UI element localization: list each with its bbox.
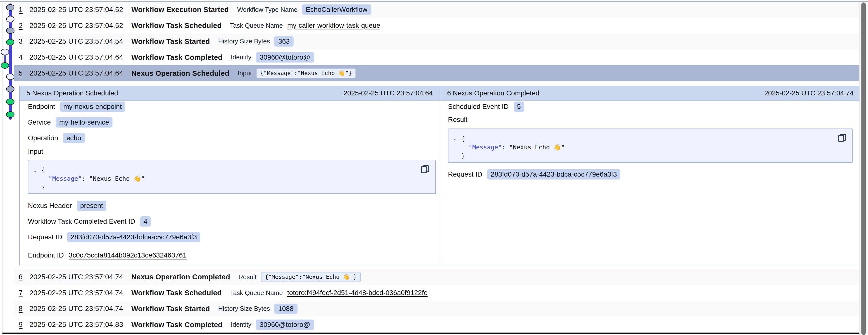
panel-title: 5 Nexus Operation Scheduled (27, 89, 118, 97)
field-wft-completed-event-id: Workflow Task Completed Event ID 4 (28, 216, 151, 227)
timeline-node-green[interactable] (6, 39, 14, 45)
scheduled-event-chip: 5 (514, 102, 524, 112)
copy-icon[interactable] (421, 165, 429, 173)
panel-title: 6 Nexus Operation Completed (447, 89, 539, 97)
bottom-edge (2, 333, 860, 334)
event-title: Nexus Operation Scheduled (131, 69, 229, 78)
event-detail-label: Task Queue Name (230, 289, 283, 297)
event-detail-label: Identity (231, 53, 251, 61)
event-id-link[interactable]: 1 (19, 6, 29, 14)
timeline-node-white[interactable] (1, 49, 9, 55)
field-request-id-right: Request ID 283fd070-d57a-4423-bdca-c5c77… (448, 169, 620, 180)
field-label: Request ID (28, 233, 62, 241)
panel-header-left[interactable]: 5 Nexus Operation Scheduled 2025-02-25 U… (20, 86, 440, 101)
event-id-link[interactable]: 5 (19, 69, 29, 77)
collapse-chevron-icon[interactable]: ⌄ (33, 166, 41, 193)
panel-header-right[interactable]: 6 Nexus Operation Completed 2025-02-25 U… (440, 86, 860, 101)
event-timestamp: 2025-02-25 UTC 23:57:04.52 (29, 6, 131, 14)
result-json-viewer: ⌄ { "Message": "Nexus Echo 👋" } (448, 129, 853, 163)
event-detail-label: History Size Bytes (218, 37, 270, 45)
event-title: Workflow Task Started (131, 305, 210, 313)
event-id-link[interactable]: 6 (19, 273, 29, 281)
event-row-8[interactable]: 8 2025-02-25 UTC 23:57:04.74 Workflow Ta… (14, 301, 859, 317)
event-title: Workflow Task Scheduled (131, 289, 222, 297)
event-detail-chip: 1088 (274, 304, 297, 314)
event-id-link[interactable]: 2 (19, 22, 29, 30)
field-label: Request ID (448, 170, 482, 178)
event-title: Workflow Task Scheduled (131, 21, 222, 30)
event-detail-label: Identity (231, 321, 251, 328)
endpoint-id-link[interactable]: 3c0c75ccfa8144b092c13ce632463761 (69, 251, 186, 259)
event-row-6[interactable]: 6 2025-02-25 UTC 23:57:04.74 Nexus Opera… (14, 269, 859, 285)
field-label: Endpoint (28, 103, 55, 111)
event-timestamp: 2025-02-25 UTC 23:57:04.74 (29, 273, 131, 281)
field-endpoint-id: Endpoint ID 3c0c75ccfa8144b092c13ce63246… (28, 250, 186, 261)
event-id-link[interactable]: 7 (19, 289, 29, 297)
field-label: Operation (28, 134, 58, 142)
json-open-brace: { (41, 167, 45, 174)
field-endpoint: Endpoint my-nexus-endpoint (28, 101, 125, 112)
timeline-node-gray[interactable] (6, 4, 14, 10)
event-row-9[interactable]: 9 2025-02-25 UTC 23:57:04.83 Workflow Ta… (14, 316, 859, 333)
field-nexus-header: Nexus Header present (28, 200, 106, 212)
event-row-1[interactable]: 1 2025-02-25 UTC 23:57:04.52 Workflow Ex… (14, 2, 859, 18)
copy-icon[interactable] (838, 134, 846, 142)
event-id-link[interactable]: 9 (19, 320, 29, 329)
result-section-label: Result (448, 116, 467, 123)
event-detail-label: Task Queue Name (230, 22, 283, 29)
timeline-node-white[interactable] (6, 74, 14, 80)
event-id-link[interactable]: 8 (19, 305, 29, 313)
event-timestamp: 2025-02-25 UTC 23:57:04.64 (29, 69, 131, 77)
wft-completed-chip: 4 (140, 216, 151, 227)
task-queue-link[interactable]: my-caller-workflow-task-queue (287, 22, 380, 29)
event-detail-label: Workflow Type Name (237, 6, 298, 13)
field-scheduled-event-id: Scheduled Event ID 5 (448, 101, 524, 112)
json-open-brace: { (461, 135, 465, 142)
field-label: Endpoint ID (28, 251, 64, 259)
field-service: Service my-hello-service (28, 117, 113, 128)
collapse-chevron-icon[interactable]: ⌄ (453, 134, 461, 162)
event-timestamp: 2025-02-25 UTC 23:57:04.83 (29, 320, 131, 329)
event-row-7[interactable]: 7 2025-02-25 UTC 23:57:04.74 Workflow Ta… (14, 285, 859, 301)
scrollbar-thumb[interactable] (861, 2, 866, 335)
event-detail-label: Input (238, 69, 252, 77)
timeline-node-gray[interactable] (6, 27, 14, 34)
event-id-link[interactable]: 4 (19, 53, 29, 61)
input-json-viewer: ⌄ { "Message": "Nexus Echo 👋" } (28, 160, 436, 194)
workflow-history-view: 1 2025-02-25 UTC 23:57:04.52 Workflow Ex… (0, 0, 868, 335)
operation-chip: echo (63, 133, 85, 143)
panel-timestamp: 2025-02-25 UTC 23:57:04.64 (344, 89, 433, 97)
endpoint-chip: my-nexus-endpoint (60, 102, 125, 112)
timeline-node-gray[interactable] (6, 86, 14, 92)
event-detail-chip: 30960@totoro@ (256, 52, 314, 62)
event-row-3[interactable]: 3 2025-02-25 UTC 23:57:04.54 Workflow Ta… (14, 34, 859, 50)
event-row-5-selected[interactable]: 5 2025-02-25 UTC 23:57:04.64 Nexus Opera… (14, 65, 859, 81)
event-id-link[interactable]: 3 (19, 37, 29, 45)
nexus-header-chip: present (77, 201, 106, 211)
json-value: : "Nexus Echo 👋" (82, 175, 145, 182)
panel-divider (440, 86, 440, 265)
panel-timestamp: 2025-02-25 UTC 23:57:04.74 (764, 89, 854, 97)
request-id-chip: 283fd070-d57a-4423-bdca-c5c779e6a3f3 (487, 169, 620, 179)
event-row-2[interactable]: 2 2025-02-25 UTC 23:57:04.52 Workflow Ta… (14, 18, 859, 34)
timeline-node-white[interactable] (6, 16, 14, 22)
event-title: Workflow Task Completed (131, 53, 222, 61)
event-timestamp: 2025-02-25 UTC 23:57:04.74 (29, 305, 131, 313)
event-row-4[interactable]: 4 2025-02-25 UTC 23:57:04.64 Workflow Ta… (14, 49, 859, 65)
event-title: Nexus Operation Completed (131, 273, 230, 281)
timeline-node-green[interactable] (1, 62, 9, 69)
event-title: Workflow Task Started (131, 37, 210, 46)
event-timestamp: 2025-02-25 UTC 23:57:04.64 (29, 53, 131, 61)
event-detail-json-chip: {"Message":"Nexus Echo 👋"} (256, 68, 356, 78)
task-queue-link[interactable]: totoro:f494fecf-2d51-4d48-bdcd-036a0f912… (287, 289, 428, 297)
event-timestamp: 2025-02-25 UTC 23:57:04.52 (29, 22, 131, 30)
field-label: Service (28, 118, 51, 126)
event-detail-label: Result (239, 273, 256, 281)
json-key: "Message" (49, 175, 82, 182)
timeline-node-green[interactable] (6, 99, 14, 105)
event-title: Workflow Task Completed (131, 320, 222, 329)
request-id-chip: 283fd070-d57a-4423-bdca-c5c779e6a3f3 (67, 232, 200, 242)
field-label: Scheduled Event ID (448, 103, 509, 111)
timeline-node-green[interactable] (6, 111, 14, 118)
event-detail-label: History Size Bytes (218, 305, 270, 312)
